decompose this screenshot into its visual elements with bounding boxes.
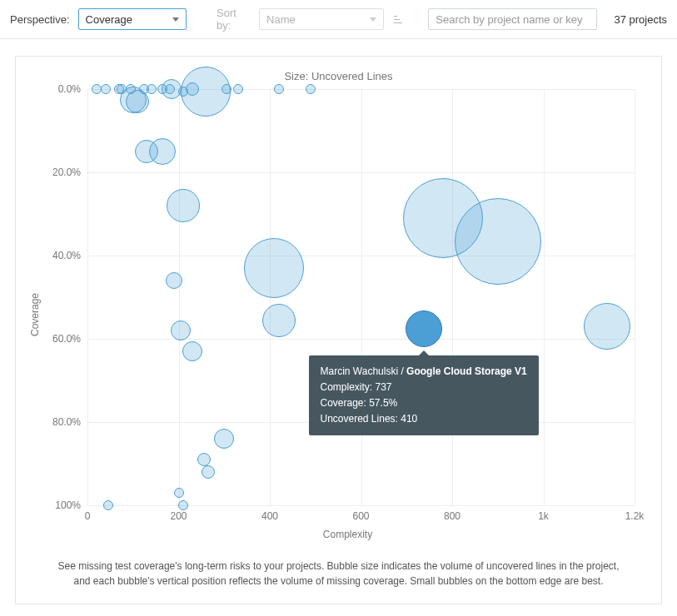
- bubble-point[interactable]: [101, 84, 111, 94]
- x-tick-label: 600: [352, 510, 369, 522]
- bubble-point[interactable]: [166, 272, 182, 289]
- bubble-point[interactable]: [262, 304, 296, 337]
- bubble-point[interactable]: [182, 341, 202, 361]
- perspective-label: Perspective:: [10, 13, 70, 26]
- bubble-chart[interactable]: 02004006008001k1.2k0.0%20.0%40.0%60.0%80…: [87, 89, 635, 505]
- chart-tooltip: Marcin Wachulski / Google Cloud Storage …: [309, 355, 539, 436]
- search-input[interactable]: [428, 8, 597, 30]
- y-tick-label: 60.0%: [52, 333, 81, 345]
- gridline-vertical: [544, 89, 545, 505]
- sort-label: Sort by:: [217, 7, 251, 32]
- bubble-point[interactable]: [167, 189, 200, 222]
- x-tick-label: 1.2k: [625, 510, 645, 522]
- x-tick-label: 400: [261, 510, 278, 522]
- bubble-point[interactable]: [149, 138, 176, 165]
- chevron-down-icon: [370, 17, 376, 22]
- gridline-horizontal: [87, 256, 635, 256]
- chart-caption: See missing test coverage's long-term ri…: [26, 559, 651, 589]
- bubble-point[interactable]: [306, 84, 316, 94]
- bubble-point[interactable]: [233, 84, 243, 94]
- bubble-point[interactable]: [455, 198, 541, 285]
- gridline-horizontal: [87, 172, 635, 173]
- chart-size-legend: Size: Uncovered Lines: [26, 70, 651, 82]
- bubble-point[interactable]: [197, 453, 211, 466]
- bubble-point[interactable]: [178, 500, 188, 510]
- y-tick-label: 100%: [55, 499, 81, 511]
- perspective-select[interactable]: Coverage: [78, 8, 187, 30]
- y-tick-label: 40.0%: [52, 250, 81, 261]
- x-tick-label: 0: [85, 510, 91, 522]
- bubble-point[interactable]: [147, 84, 157, 94]
- perspective-value: Coverage: [86, 13, 132, 26]
- gridline-horizontal: [87, 422, 635, 423]
- project-count: 37 projects: [614, 13, 667, 26]
- x-axis-label: Complexity: [44, 529, 651, 540]
- gridline-vertical: [87, 89, 88, 505]
- bubble-point[interactable]: [274, 84, 284, 94]
- sort-select[interactable]: Name: [259, 8, 384, 30]
- bubble-point[interactable]: [103, 500, 113, 510]
- gridline-vertical: [361, 89, 362, 505]
- bubble-point[interactable]: [174, 488, 184, 498]
- chevron-down-icon: [172, 17, 179, 22]
- bubble-point[interactable]: [222, 84, 231, 94]
- toolbar: Perspective: Coverage Sort by: Name 37 p…: [0, 0, 677, 39]
- y-tick-label: 20.0%: [52, 166, 81, 178]
- sort-value: Name: [266, 13, 296, 26]
- y-tick-label: 80.0%: [52, 416, 81, 428]
- x-tick-label: 800: [444, 510, 460, 522]
- bubble-point[interactable]: [171, 320, 191, 340]
- x-tick-label: 200: [170, 510, 187, 522]
- sort-direction-icon[interactable]: [392, 15, 404, 24]
- y-axis-label: Coverage: [29, 293, 41, 336]
- bubble-point[interactable]: [202, 465, 215, 479]
- y-tick-label: 0.0%: [58, 83, 81, 95]
- gridline-vertical: [179, 89, 180, 505]
- gridline-horizontal: [87, 505, 635, 506]
- gridline-vertical: [452, 89, 453, 505]
- bubble-point[interactable]: [214, 429, 234, 449]
- chart-card: Size: Uncovered Lines Coverage 020040060…: [15, 56, 662, 604]
- gridline-horizontal: [87, 339, 635, 340]
- bubble-point[interactable]: [584, 303, 630, 350]
- bubble-point[interactable]: [244, 238, 304, 298]
- gridline-vertical: [635, 89, 635, 505]
- bubble-point[interactable]: [406, 310, 442, 347]
- x-tick-label: 1k: [538, 510, 549, 522]
